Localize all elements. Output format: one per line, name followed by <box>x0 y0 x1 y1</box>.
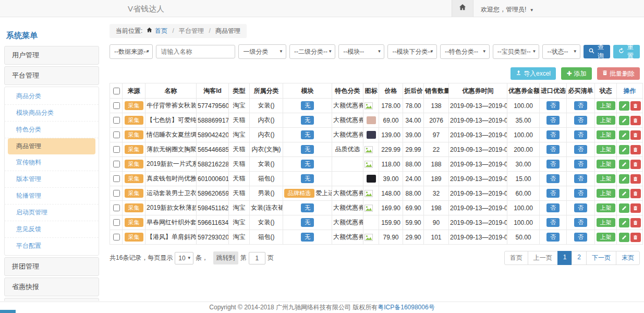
edit-button[interactable] <box>619 174 629 184</box>
jump-button[interactable]: 跳转到 <box>213 251 238 264</box>
edit-button[interactable] <box>619 160 629 169</box>
status-badge[interactable]: 上架 <box>597 160 615 168</box>
feature-category-select[interactable]: --特色分类--▼ <box>440 44 490 59</box>
must-buy-toggle[interactable]: 否 <box>574 116 587 125</box>
must-buy-toggle[interactable]: 否 <box>574 101 587 110</box>
name-search-input[interactable] <box>156 45 235 58</box>
select-all-checkbox[interactable] <box>113 88 120 94</box>
sidebar-item-启动页管理[interactable]: 启动页管理 <box>5 204 99 221</box>
row-checkbox[interactable] <box>113 175 120 182</box>
delete-button[interactable] <box>630 130 641 140</box>
row-checkbox[interactable] <box>113 234 120 240</box>
row-checkbox[interactable] <box>113 204 120 211</box>
user-menu[interactable]: 欢迎您，管理员! ▼ <box>481 5 534 14</box>
page-size-select[interactable]: 10▼ <box>175 252 193 264</box>
row-checkbox[interactable] <box>113 190 120 197</box>
row-checkbox[interactable] <box>113 131 120 138</box>
delete-button[interactable] <box>630 116 641 125</box>
status-badge[interactable]: 上架 <box>597 145 615 154</box>
status-badge[interactable]: 上架 <box>597 101 615 110</box>
row-checkbox[interactable] <box>113 146 120 153</box>
level1-category-select[interactable]: 一级分类▼ <box>238 44 286 59</box>
sidebar-item-商品分类[interactable]: 商品分类 <box>5 88 99 105</box>
imported-toggle[interactable]: 否 <box>546 174 560 183</box>
sidebar-item-模块商品分类[interactable]: 模块商品分类 <box>5 105 99 122</box>
imported-toggle[interactable]: 否 <box>546 189 560 198</box>
edit-button[interactable] <box>619 145 629 154</box>
breadcrumb-home-link[interactable]: 首页 <box>155 27 167 34</box>
status-badge[interactable]: 上架 <box>597 174 615 183</box>
add-button[interactable]: ✚ 添加 <box>561 67 591 80</box>
must-buy-toggle[interactable]: 否 <box>574 189 587 198</box>
imported-toggle[interactable]: 否 <box>546 160 560 168</box>
module-select[interactable]: --模块--▼ <box>338 44 384 59</box>
must-buy-toggle[interactable]: 否 <box>574 203 587 212</box>
status-badge[interactable]: 上架 <box>597 203 615 212</box>
edit-button[interactable] <box>619 101 629 111</box>
sidebar-item-意见反馈[interactable]: 意见反馈 <box>5 221 99 238</box>
imported-toggle[interactable]: 否 <box>546 130 560 139</box>
edit-button[interactable] <box>619 233 629 242</box>
edit-button[interactable] <box>619 116 629 125</box>
delete-button[interactable] <box>630 233 641 242</box>
page-button-下一页[interactable]: 下一页 <box>586 251 616 265</box>
delete-button[interactable] <box>630 174 641 184</box>
page-button-末页[interactable]: 末页 <box>616 251 640 265</box>
imported-toggle[interactable]: 否 <box>546 203 560 212</box>
must-buy-toggle[interactable]: 否 <box>574 145 587 154</box>
edit-button[interactable] <box>619 189 629 198</box>
edit-button[interactable] <box>619 203 629 213</box>
imported-toggle[interactable]: 否 <box>546 145 560 154</box>
status-badge[interactable]: 上架 <box>597 116 615 125</box>
edit-button[interactable] <box>619 218 629 227</box>
row-checkbox[interactable] <box>113 102 120 109</box>
sidebar-section-4[interactable]: 省惠快报 <box>4 278 99 296</box>
item-type-select[interactable]: --宝贝类型--▼ <box>493 44 540 59</box>
must-buy-toggle[interactable]: 否 <box>574 174 587 183</box>
delete-button[interactable] <box>630 189 641 198</box>
page-button-1[interactable]: 1 <box>557 251 573 265</box>
imported-toggle[interactable]: 否 <box>546 218 560 227</box>
sidebar-section-2[interactable]: 平台管理 <box>4 66 99 85</box>
level2-category-select[interactable]: --二级分类--▼ <box>289 44 335 59</box>
jump-page-input[interactable] <box>249 252 265 264</box>
page-button-2[interactable]: 2 <box>572 251 587 265</box>
import-excel-button[interactable]: 导入excel <box>511 67 556 80</box>
data-source-select[interactable]: --数据来源--▼ <box>110 44 153 59</box>
icp-link[interactable]: 粤ICP备16098006号 <box>378 304 434 311</box>
must-buy-toggle[interactable]: 否 <box>574 218 587 227</box>
module-subcategory-select[interactable]: --模块下分类--▼ <box>387 44 437 59</box>
sidebar-item-宣传物料[interactable]: 宣传物料 <box>5 154 99 171</box>
row-checkbox[interactable] <box>113 219 120 226</box>
sidebar-section-1[interactable]: 用户管理 <box>4 46 99 65</box>
batch-delete-button[interactable]: 批量删除 <box>597 67 640 80</box>
delete-button[interactable] <box>630 145 641 154</box>
row-checkbox[interactable] <box>113 161 120 167</box>
status-badge[interactable]: 上架 <box>597 189 615 198</box>
status-select[interactable]: --状态--▼ <box>542 44 580 59</box>
page-button-上一页[interactable]: 上一页 <box>528 251 558 265</box>
delete-button[interactable] <box>630 203 641 213</box>
sidebar-section-3[interactable]: 拼团管理 <box>4 257 99 276</box>
must-buy-toggle[interactable]: 否 <box>574 130 587 139</box>
imported-toggle[interactable]: 否 <box>546 116 560 125</box>
sidebar-item-轮播管理[interactable]: 轮播管理 <box>5 188 99 204</box>
delete-button[interactable] <box>630 160 641 169</box>
imported-toggle[interactable]: 否 <box>546 101 560 110</box>
reset-button[interactable]: 重置 <box>613 45 640 58</box>
home-button[interactable] <box>452 0 473 17</box>
sidebar-item-商品管理[interactable]: 商品管理 <box>8 138 95 154</box>
edit-button[interactable] <box>619 130 629 140</box>
status-badge[interactable]: 上架 <box>597 130 615 139</box>
imported-toggle[interactable]: 否 <box>546 233 560 242</box>
status-badge[interactable]: 上架 <box>597 233 615 242</box>
must-buy-toggle[interactable]: 否 <box>574 160 587 168</box>
page-button-首页[interactable]: 首页 <box>504 251 528 265</box>
status-badge[interactable]: 上架 <box>597 218 615 227</box>
row-checkbox[interactable] <box>113 117 120 124</box>
sidebar-item-特色分类[interactable]: 特色分类 <box>5 122 99 138</box>
sidebar-section-5[interactable]: 消息管理 <box>4 298 99 301</box>
must-buy-toggle[interactable]: 否 <box>574 233 587 242</box>
delete-button[interactable] <box>630 218 641 227</box>
sidebar-item-平台配置[interactable]: 平台配置 <box>5 238 99 254</box>
